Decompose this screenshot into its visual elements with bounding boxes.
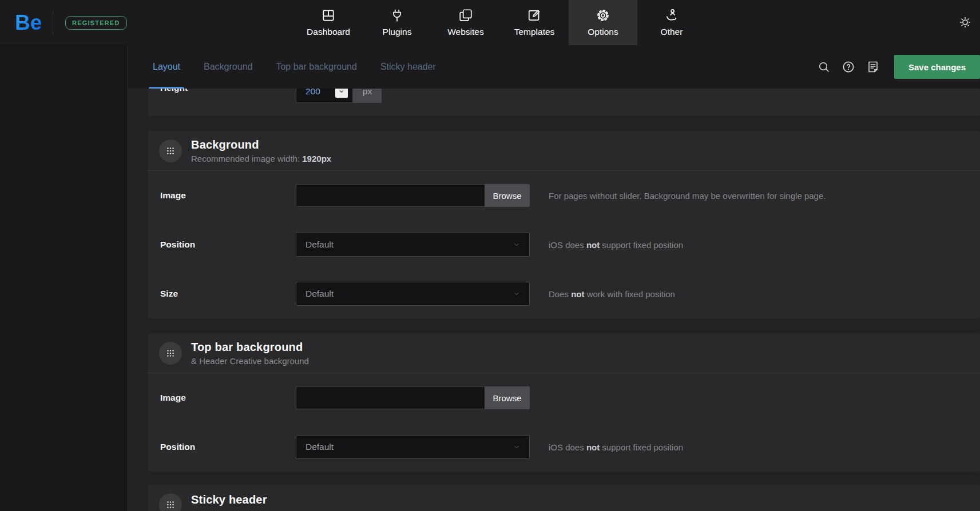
dashboard-icon <box>321 8 336 23</box>
image-control: Browse <box>296 184 530 207</box>
tab-layout[interactable]: Layout <box>152 45 181 89</box>
brightness-icon[interactable] <box>958 15 972 29</box>
top-bar-background-position-select[interactable]: Default <box>296 435 530 459</box>
background-size-select[interactable]: Default <box>296 282 530 306</box>
registered-badge: REGISTERED <box>65 16 127 30</box>
field-row-position: Position Default iOS does not support fi… <box>148 220 980 269</box>
section-title: Top bar background <box>191 341 309 354</box>
section-title: Sticky header <box>191 493 267 506</box>
nav-item-label: Dashboard <box>307 27 350 37</box>
tab-top-bar-background[interactable]: Top bar background <box>275 45 358 89</box>
nav-item-websites[interactable]: Websites <box>431 0 500 45</box>
field-row-size: Size Default Does not work with fixed po… <box>148 269 980 318</box>
section-header: Background Recommended image width: 1920… <box>148 131 980 171</box>
browse-button[interactable]: Browse <box>485 184 530 207</box>
section-card-background: Background Recommended image width: 1920… <box>148 131 980 318</box>
websites-icon <box>458 8 473 23</box>
image-control: Browse <box>296 386 530 409</box>
section-title: Background <box>191 138 331 151</box>
other-icon <box>664 8 679 23</box>
chevron-down-icon <box>513 241 521 249</box>
row-label: Image <box>160 190 296 201</box>
nav-item-label: Websites <box>447 27 483 37</box>
topbar: Be REGISTERED Dashboard Plugins Websites… <box>0 0 980 45</box>
help-icon[interactable] <box>842 60 855 74</box>
section-header: Sticky header <box>148 485 980 511</box>
save-changes-button[interactable]: Save changes <box>894 55 980 79</box>
nav-item-options[interactable]: Options <box>569 0 637 45</box>
height-value: 200 <box>305 89 320 97</box>
search-icon[interactable] <box>817 60 831 74</box>
height-input[interactable]: 200 <box>296 89 353 103</box>
nav-item-other[interactable]: Other <box>637 0 706 45</box>
logo-divider <box>53 11 53 34</box>
app-logo[interactable]: Be <box>15 11 42 35</box>
main-nav: Dashboard Plugins Websites Templates Opt… <box>294 0 706 45</box>
select-value: Default <box>305 289 334 299</box>
background-position-select[interactable]: Default <box>296 233 530 257</box>
nav-item-plugins[interactable]: Plugins <box>363 0 431 45</box>
field-row-position: Position Default iOS does not support fi… <box>148 422 980 472</box>
field-row-image: Image Browse For pages without slider. B… <box>148 171 980 220</box>
option-tabs: LayoutBackgroundTop bar backgroundSticky… <box>152 45 458 89</box>
row-note: iOS does not support fixed position <box>549 240 683 250</box>
browse-button[interactable]: Browse <box>485 386 530 409</box>
row-note: For pages without slider. Background may… <box>549 191 826 201</box>
tab-background[interactable]: Background <box>203 45 253 89</box>
changelog-icon[interactable] <box>866 60 880 74</box>
section-header: Top bar background & Header Creative bac… <box>148 333 980 373</box>
chevron-down-icon <box>513 290 521 298</box>
background-image-input[interactable] <box>296 184 485 207</box>
left-sidebar <box>0 45 128 511</box>
section-subtitle: & Header Creative background <box>191 356 309 366</box>
nav-item-label: Options <box>588 27 618 37</box>
height-card: Height 200 px <box>148 89 980 116</box>
tabsbar-actions: Save changes <box>806 55 980 79</box>
row-note: Does not work with fixed position <box>549 289 675 299</box>
drag-handle-icon[interactable] <box>159 493 182 511</box>
section-subtitle: Recommended image width: 1920px <box>191 154 331 163</box>
row-label: Size <box>160 289 296 299</box>
nav-item-templates[interactable]: Templates <box>500 0 569 45</box>
height-input-group: 200 px <box>296 89 382 103</box>
drag-handle-icon[interactable] <box>159 139 182 162</box>
options-icon <box>596 8 610 23</box>
select-value: Default <box>305 442 334 452</box>
nav-item-label: Plugins <box>383 27 412 37</box>
field-row-image: Image Browse <box>148 373 980 422</box>
row-label: Image <box>160 393 296 403</box>
height-label: Height <box>160 89 296 93</box>
drag-handle-icon[interactable] <box>159 342 182 365</box>
height-unit: px <box>353 89 382 103</box>
nav-item-label: Templates <box>514 27 555 37</box>
select-value: Default <box>305 239 334 250</box>
height-row: Height 200 px <box>148 89 980 103</box>
tabs-bar: LayoutBackgroundTop bar backgroundSticky… <box>128 45 980 89</box>
content-area: Height 200 px Background Recommended ima… <box>128 89 980 511</box>
row-label: Position <box>160 239 296 250</box>
tab-sticky-header[interactable]: Sticky header <box>379 45 437 89</box>
number-stepper-icon[interactable] <box>335 89 348 98</box>
row-label: Position <box>160 442 296 452</box>
nav-item-dashboard[interactable]: Dashboard <box>294 0 363 45</box>
nav-item-label: Other <box>661 27 683 37</box>
section-card-top-bar-background: Top bar background & Header Creative bac… <box>148 333 980 472</box>
chevron-down-icon <box>513 443 521 451</box>
plugins-icon <box>390 8 404 23</box>
section-card-sticky-header: Sticky header <box>148 485 980 511</box>
templates-icon <box>527 8 542 23</box>
row-note: iOS does not support fixed position <box>549 442 683 452</box>
top-bar-background-image-input[interactable] <box>296 386 485 409</box>
